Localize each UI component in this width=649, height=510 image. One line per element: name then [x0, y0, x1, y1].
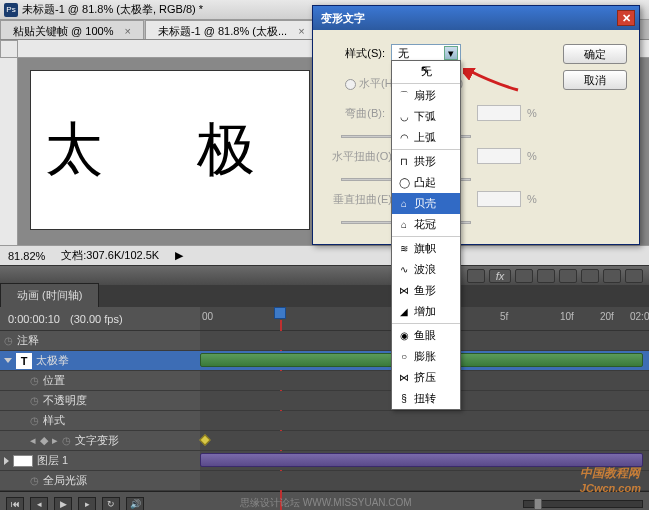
arc-icon: ⌒ [398, 91, 410, 101]
flag-icon: ≋ [398, 244, 410, 254]
layer-track[interactable] [200, 453, 643, 467]
dialog-title: 变形文字 [321, 11, 365, 26]
opt-btn[interactable] [515, 269, 533, 283]
close-icon[interactable]: × [124, 25, 130, 37]
disclosure-icon[interactable] [4, 358, 12, 363]
opt-btn[interactable] [603, 269, 621, 283]
flag-icon: ⌂ [398, 220, 410, 230]
twist-icon: § [398, 394, 410, 404]
row-opacity[interactable]: ◷不透明度 [0, 391, 649, 411]
options-bar: fx [0, 265, 649, 285]
row-comments[interactable]: ◷注释 [0, 331, 649, 351]
dd-rise[interactable]: ◢增加 [392, 301, 460, 322]
hdist-input [477, 148, 521, 164]
dd-shell-lower[interactable]: ⌂贝壳↖ [392, 193, 460, 214]
watermark: 中国教程网 JCwcn.com [580, 465, 641, 494]
fish-icon: ⋈ [398, 286, 410, 296]
opt-btn[interactable] [581, 269, 599, 283]
keyframe-diamond-icon[interactable]: ◆ [40, 434, 48, 447]
stopwatch-icon[interactable]: ◷ [30, 415, 39, 426]
opt-btn[interactable] [625, 269, 643, 283]
vdist-input [477, 191, 521, 207]
row-layer1[interactable]: 图层 1 [0, 451, 649, 471]
chevron-down-icon[interactable]: ▾ [444, 46, 458, 60]
opt-fx-button[interactable]: fx [489, 269, 511, 283]
dd-shell-upper[interactable]: ⌂花冠 [392, 214, 460, 235]
rewind-button[interactable]: ⏮ [6, 497, 24, 511]
doc-info: 文档:307.6K/102.5K [61, 248, 159, 263]
style-dropdown[interactable]: 无 ⌒扇形 ◡下弧 ◠上弧 ⊓拱形 ◯凸起 ⌂贝壳↖ ⌂花冠 ≋旗帜 ∿波浪 ⋈… [391, 60, 461, 410]
ok-button[interactable]: 确定 [563, 44, 627, 64]
canvas[interactable]: 太 极 [30, 70, 310, 230]
zoom-slider[interactable] [523, 500, 643, 508]
play-button[interactable]: ▶ [54, 497, 72, 511]
cursor-icon: ↖ [420, 63, 430, 77]
keyframe[interactable] [199, 434, 210, 445]
stopwatch-icon[interactable]: ◷ [30, 475, 39, 486]
opt-btn[interactable] [537, 269, 555, 283]
text-layer-icon: T [16, 353, 32, 369]
dd-bulge[interactable]: ◯凸起 [392, 172, 460, 193]
loop-button[interactable]: ↻ [102, 497, 120, 511]
disclosure-icon[interactable] [4, 457, 9, 465]
opt-btn[interactable] [559, 269, 577, 283]
opt-btn[interactable] [467, 269, 485, 283]
doc-tab-1[interactable]: 未标题-1 @ 81.8% (太极... × [145, 20, 318, 39]
slider-thumb[interactable] [534, 498, 542, 510]
animation-tab[interactable]: 动画 (时间轴) [0, 283, 99, 307]
dd-arch[interactable]: ⊓拱形 [392, 151, 460, 172]
next-frame-button[interactable]: ▸ [78, 497, 96, 511]
bulge-icon: ◯ [398, 178, 410, 188]
dd-twist[interactable]: §扭转 [392, 388, 460, 409]
watermark-forum: 思缘设计论坛 WWW.MISSYUAN.COM [240, 496, 412, 510]
arc-lower-icon: ◡ [398, 112, 410, 122]
stopwatch-icon[interactable]: ◷ [62, 435, 71, 446]
chevron-right-icon[interactable]: ▶ [175, 249, 183, 262]
stopwatch-icon[interactable]: ◷ [4, 335, 13, 346]
prev-frame-button[interactable]: ◂ [30, 497, 48, 511]
wave-icon: ∿ [398, 265, 410, 275]
dd-flag[interactable]: ≋旗帜 [392, 238, 460, 259]
dd-arc[interactable]: ⌒扇形 [392, 85, 460, 106]
row-position[interactable]: ◷位置 [0, 371, 649, 391]
row-global-light[interactable]: ◷全局光源 [0, 471, 649, 491]
zoom-level[interactable]: 81.82% [8, 250, 45, 262]
warp-text-dialog: 变形文字 ✕ 确定 取消 样式(S): 无 ▾ 水平(H) 垂直(V) 弯曲(B… [312, 5, 640, 245]
rise-icon: ◢ [398, 307, 410, 317]
dialog-titlebar[interactable]: 变形文字 ✕ [313, 6, 639, 30]
arch-icon: ⊓ [398, 157, 410, 167]
dd-inflate[interactable]: ○膨胀 [392, 346, 460, 367]
text-layer-content[interactable]: 太 极 [45, 111, 296, 189]
close-button[interactable]: ✕ [617, 10, 635, 26]
row-text-layer[interactable]: T太极拳 [0, 351, 649, 371]
dd-fisheye[interactable]: ◉鱼眼 [392, 325, 460, 346]
panel-tabs: 动画 (时间轴) [0, 285, 649, 307]
dd-arc-lower[interactable]: ◡下弧 [392, 106, 460, 127]
doc-tab-0[interactable]: 粘贴关键帧 @ 100% × [0, 20, 144, 39]
dd-arc-upper[interactable]: ◠上弧 [392, 127, 460, 148]
stopwatch-icon[interactable]: ◷ [30, 375, 39, 386]
cancel-button[interactable]: 取消 [563, 70, 627, 90]
timecode[interactable]: 0:00:00:10 [8, 313, 60, 325]
status-bar: 81.82% 文档:307.6K/102.5K ▶ [0, 245, 649, 265]
dd-squeeze[interactable]: ⋈挤压 [392, 367, 460, 388]
row-style[interactable]: ◷样式 [0, 411, 649, 431]
dd-wave[interactable]: ∿波浪 [392, 259, 460, 280]
ruler-vertical[interactable] [0, 58, 18, 245]
timeline: 0:00:00:10 (30.00 fps) 00 5f 10f 20f 02:… [0, 307, 649, 491]
stopwatch-icon[interactable]: ◷ [30, 395, 39, 406]
keyframe-nav-prev-icon[interactable]: ◂ [30, 434, 36, 447]
playhead[interactable] [274, 307, 286, 319]
row-text-warp[interactable]: ◂◆▸◷文字变形 [0, 431, 649, 451]
keyframe-nav-next-icon[interactable]: ▸ [52, 434, 58, 447]
radio-horizontal [345, 79, 356, 90]
inflate-icon: ○ [398, 352, 410, 362]
dd-fish[interactable]: ⋈鱼形 [392, 280, 460, 301]
ruler-corner[interactable] [0, 40, 18, 58]
window-title: 未标题-1 @ 81.8% (太极拳, RGB/8) * [22, 2, 203, 17]
speaker-icon[interactable]: 🔊 [126, 497, 144, 511]
app-icon: Ps [4, 3, 18, 17]
close-icon[interactable]: × [298, 25, 304, 37]
fps-display: (30.00 fps) [70, 313, 123, 325]
layer-thumb-icon [13, 455, 33, 467]
